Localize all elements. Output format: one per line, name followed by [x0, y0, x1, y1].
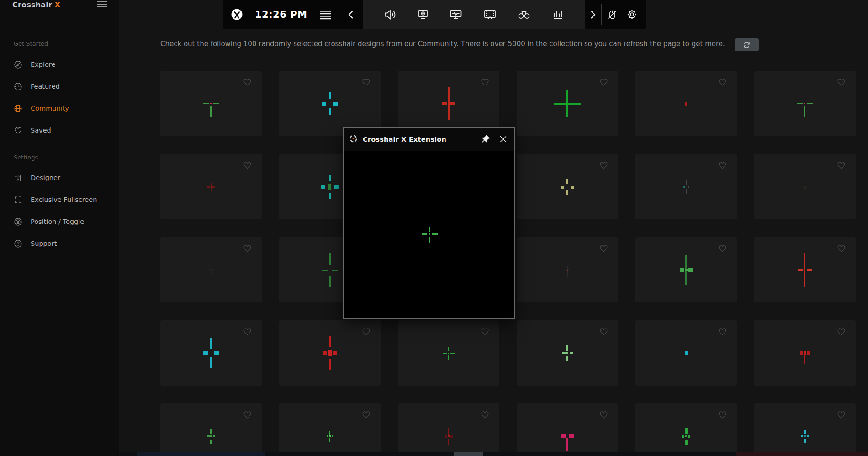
- crosshair-card[interactable]: [517, 237, 618, 302]
- click-through-disabled-icon[interactable]: [606, 9, 618, 21]
- collapse-left-icon[interactable]: [348, 10, 354, 19]
- crosshair-card[interactable]: [517, 71, 618, 136]
- favorite-icon[interactable]: [242, 77, 253, 87]
- performance-icon[interactable]: [450, 9, 462, 21]
- crosshair-glyph-segment: [334, 185, 339, 189]
- favorite-icon[interactable]: [242, 244, 253, 253]
- sidebar-item-community[interactable]: Community: [0, 97, 119, 119]
- sidebar-item-exclusive-fullscreen[interactable]: Exclusive Fullscreen: [0, 189, 119, 211]
- extension-window-titlebar[interactable]: Crosshair X Extension: [344, 128, 514, 151]
- crosshair-glyph-segment: [210, 440, 212, 444]
- refresh-button[interactable]: [735, 38, 759, 51]
- crosshair-card[interactable]: [160, 320, 262, 386]
- audio-icon[interactable]: [384, 9, 397, 21]
- crosshair-card[interactable]: [754, 237, 856, 302]
- favorite-icon[interactable]: [480, 77, 490, 87]
- crosshair-glyph-segment: [327, 435, 328, 437]
- favorite-icon[interactable]: [598, 160, 609, 170]
- favorite-icon[interactable]: [717, 160, 728, 170]
- crosshair-glyph-segment: [804, 439, 806, 443]
- crosshair-card[interactable]: [398, 71, 499, 136]
- crosshair-glyph-segment: [329, 431, 330, 435]
- achievements-icon[interactable]: [551, 9, 564, 21]
- sidebar-item-support[interactable]: Support: [0, 233, 119, 255]
- crosshair-glyph-segment: [445, 435, 447, 438]
- crosshair-glyph-segment: [685, 435, 687, 437]
- favorite-icon[interactable]: [598, 327, 609, 336]
- favorite-icon[interactable]: [598, 244, 609, 253]
- crosshair-card[interactable]: [279, 71, 381, 136]
- capture-icon[interactable]: [417, 9, 429, 21]
- favorite-icon[interactable]: [836, 244, 847, 253]
- crosshair-glyph-segment: [213, 435, 215, 437]
- sidebar-item-explore[interactable]: Explore: [0, 53, 119, 75]
- favorite-icon[interactable]: [242, 160, 253, 170]
- favorite-icon[interactable]: [717, 410, 728, 419]
- settings-gear-icon[interactable]: [626, 9, 638, 20]
- favorite-icon[interactable]: [717, 77, 728, 87]
- sidebar: Crosshair X Get Started Explore Featured…: [0, 0, 119, 456]
- hamburger-menu-icon[interactable]: [97, 0, 107, 7]
- close-icon[interactable]: [499, 135, 508, 145]
- crosshair-card[interactable]: [635, 71, 737, 136]
- crosshair-glyph-segment: [442, 102, 447, 105]
- favorite-icon[interactable]: [717, 244, 728, 253]
- crosshair-card[interactable]: [160, 154, 262, 219]
- crosshair-card[interactable]: [517, 320, 618, 386]
- crosshair-glyph-segment: [448, 353, 449, 354]
- sidebar-item-label: Designer: [31, 174, 60, 181]
- xbox-logo-icon[interactable]: [231, 8, 243, 21]
- extension-preview-area: [344, 151, 514, 318]
- crosshair-glyph-segment: [450, 102, 455, 105]
- crosshair-glyph-segment: [801, 435, 803, 437]
- crosshair-card[interactable]: [279, 320, 381, 386]
- favorite-icon[interactable]: [598, 410, 609, 419]
- crosshair-glyph-segment: [329, 108, 331, 115]
- favorite-icon[interactable]: [836, 77, 847, 87]
- crosshair-card[interactable]: [635, 403, 737, 456]
- crosshair-card[interactable]: [517, 403, 618, 456]
- crosshair-glyph-segment: [450, 353, 455, 354]
- crosshair-card[interactable]: [160, 71, 262, 136]
- expand-right-icon[interactable]: [590, 10, 596, 19]
- favorite-icon[interactable]: [480, 410, 490, 419]
- crosshair-glyph-segment: [329, 92, 331, 99]
- favorite-icon[interactable]: [717, 327, 728, 336]
- sidebar-item-featured[interactable]: Featured: [0, 75, 119, 97]
- favorite-icon[interactable]: [836, 327, 847, 336]
- favorite-icon[interactable]: [242, 327, 253, 336]
- sidebar-item-designer[interactable]: Designer: [0, 167, 119, 189]
- crosshair-card[interactable]: [754, 71, 856, 136]
- favorite-icon[interactable]: [242, 410, 253, 419]
- crosshair-glyph-segment: [211, 270, 212, 274]
- crosshair-card[interactable]: [635, 154, 737, 219]
- favorite-icon[interactable]: [361, 327, 371, 336]
- pin-icon[interactable]: [481, 134, 491, 146]
- gallery-icon[interactable]: [483, 9, 497, 21]
- looking-for-group-icon[interactable]: [517, 9, 531, 20]
- app-logo-accent: X: [55, 0, 61, 9]
- favorite-icon[interactable]: [836, 410, 847, 419]
- crosshair-card[interactable]: [635, 320, 737, 386]
- favorite-icon[interactable]: [361, 77, 371, 87]
- crosshair-card[interactable]: [517, 154, 618, 219]
- crosshair-card[interactable]: [279, 403, 381, 456]
- crosshair-card[interactable]: [754, 320, 856, 386]
- crosshair-card[interactable]: [754, 403, 856, 456]
- favorite-icon[interactable]: [480, 327, 490, 336]
- crosshair-card[interactable]: [754, 154, 856, 219]
- crosshair-card[interactable]: [160, 403, 262, 456]
- sidebar-item-position-toggle[interactable]: Position / Toggle: [0, 211, 119, 233]
- crosshair-card[interactable]: [398, 320, 499, 386]
- crosshair-glyph-segment: [323, 351, 327, 355]
- favorite-icon[interactable]: [836, 160, 847, 170]
- crosshair-card[interactable]: [398, 403, 499, 456]
- widget-menu-icon[interactable]: [320, 10, 332, 20]
- favorite-icon[interactable]: [361, 410, 371, 419]
- crosshair-glyph-segment: [207, 186, 210, 188]
- crosshair-card[interactable]: [635, 237, 737, 302]
- sidebar-item-saved[interactable]: Saved: [0, 119, 119, 141]
- horizontal-scrollbar-thumb[interactable]: [454, 452, 483, 456]
- favorite-icon[interactable]: [598, 77, 609, 87]
- crosshair-card[interactable]: [160, 237, 262, 302]
